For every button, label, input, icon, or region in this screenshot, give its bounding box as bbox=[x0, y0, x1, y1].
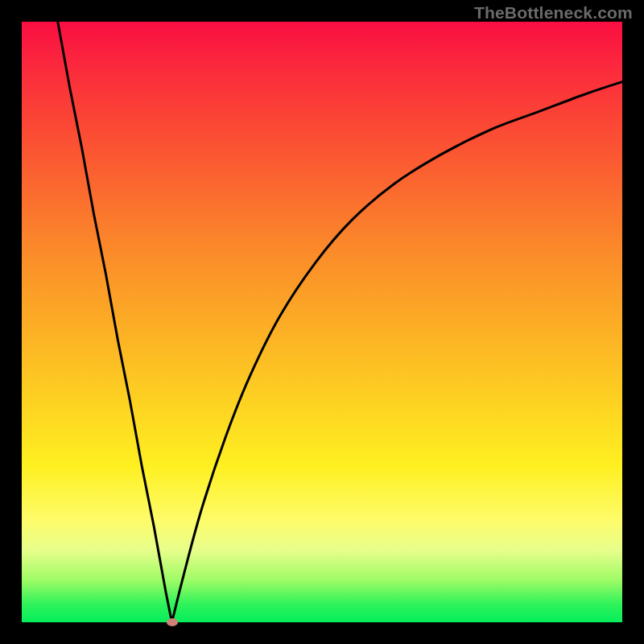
minimum-dot bbox=[167, 618, 178, 626]
curve-svg bbox=[22, 22, 622, 622]
chart-frame: TheBottleneck.com bbox=[0, 0, 644, 644]
plot-area bbox=[22, 22, 622, 622]
bottleneck-curve bbox=[58, 22, 622, 622]
attribution-text: TheBottleneck.com bbox=[474, 3, 633, 23]
